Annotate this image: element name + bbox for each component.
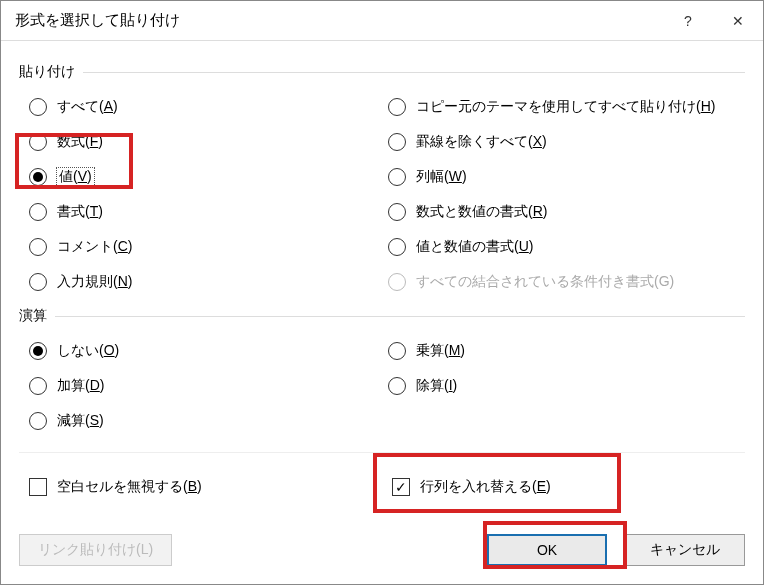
radio-icon (29, 342, 47, 360)
radio-add[interactable]: 加算(D) (19, 368, 382, 403)
radio-icon (29, 98, 47, 116)
radio-icon (29, 412, 47, 430)
dialog-title: 形式を選択して貼り付け (15, 11, 663, 30)
radio-multiply[interactable]: 乗算(M) (382, 333, 745, 368)
radio-values[interactable]: 値(V) (19, 159, 382, 194)
dialog-footer: リンク貼り付け(L) OK キャンセル (1, 522, 763, 584)
radio-all[interactable]: すべて(A) (19, 89, 382, 124)
radio-icon (29, 273, 47, 291)
operation-options: しない(O) 加算(D) 減算(S) 乗算(M) 除算(I) (19, 329, 745, 438)
radio-column-widths[interactable]: 列幅(W) (382, 159, 745, 194)
radio-icon (388, 133, 406, 151)
checkbox-icon (392, 478, 410, 496)
checkbox-transpose[interactable]: 行列を入れ替える(E) (382, 469, 745, 505)
ok-button[interactable]: OK (487, 534, 607, 566)
help-button[interactable]: ? (663, 1, 713, 41)
radio-values-number-formats[interactable]: 値と数値の書式(U) (382, 229, 745, 264)
operation-left-col: しない(O) 加算(D) 減算(S) (19, 329, 382, 438)
divider (83, 72, 745, 73)
bottom-options: 空白セルを無視する(B) 行列を入れ替える(E) (19, 452, 745, 505)
radio-icon (29, 203, 47, 221)
paste-link-button: リンク貼り付け(L) (19, 534, 172, 566)
radio-none[interactable]: しない(O) (19, 333, 382, 368)
operation-group-label: 演算 (19, 307, 47, 325)
radio-icon (29, 377, 47, 395)
dialog-body: 貼り付け すべて(A) 数式(F) 値(V) 書式(T) コメント(C) 入力規… (1, 41, 763, 522)
radio-validation[interactable]: 入力規則(N) (19, 264, 382, 299)
radio-icon (29, 133, 47, 151)
radio-icon (388, 342, 406, 360)
radio-formats[interactable]: 書式(T) (19, 194, 382, 229)
radio-icon (388, 238, 406, 256)
checkbox-icon (29, 478, 47, 496)
radio-divide[interactable]: 除算(I) (382, 368, 745, 403)
paste-special-dialog: 形式を選択して貼り付け ? ✕ 貼り付け すべて(A) 数式(F) 値(V) 書… (0, 0, 764, 585)
radio-all-source-theme[interactable]: コピー元のテーマを使用してすべて貼り付け(H) (382, 89, 745, 124)
radio-merge-conditional: すべての結合されている条件付き書式(G) (382, 264, 745, 299)
radio-icon (29, 238, 47, 256)
paste-left-col: すべて(A) 数式(F) 値(V) 書式(T) コメント(C) 入力規則(N) (19, 85, 382, 299)
paste-group-label: 貼り付け (19, 63, 75, 81)
radio-formulas[interactable]: 数式(F) (19, 124, 382, 159)
radio-icon (388, 377, 406, 395)
close-button[interactable]: ✕ (713, 1, 763, 41)
radio-icon (388, 273, 406, 291)
radio-subtract[interactable]: 減算(S) (19, 403, 382, 438)
radio-icon (388, 98, 406, 116)
paste-right-col: コピー元のテーマを使用してすべて貼り付け(H) 罫線を除くすべて(X) 列幅(W… (382, 85, 745, 299)
paste-group-header: 貼り付け (19, 63, 745, 81)
cancel-button[interactable]: キャンセル (625, 534, 745, 566)
radio-icon (29, 168, 47, 186)
operation-right-col: 乗算(M) 除算(I) (382, 329, 745, 438)
checkbox-skip-blanks[interactable]: 空白セルを無視する(B) (19, 469, 382, 505)
radio-formulas-number-formats[interactable]: 数式と数値の書式(R) (382, 194, 745, 229)
paste-options: すべて(A) 数式(F) 値(V) 書式(T) コメント(C) 入力規則(N) … (19, 85, 745, 299)
radio-icon (388, 203, 406, 221)
divider (55, 316, 745, 317)
titlebar: 形式を選択して貼り付け ? ✕ (1, 1, 763, 41)
radio-comments[interactable]: コメント(C) (19, 229, 382, 264)
help-icon: ? (684, 13, 692, 29)
close-icon: ✕ (732, 13, 744, 29)
radio-all-except-borders[interactable]: 罫線を除くすべて(X) (382, 124, 745, 159)
radio-icon (388, 168, 406, 186)
operation-group-header: 演算 (19, 307, 745, 325)
